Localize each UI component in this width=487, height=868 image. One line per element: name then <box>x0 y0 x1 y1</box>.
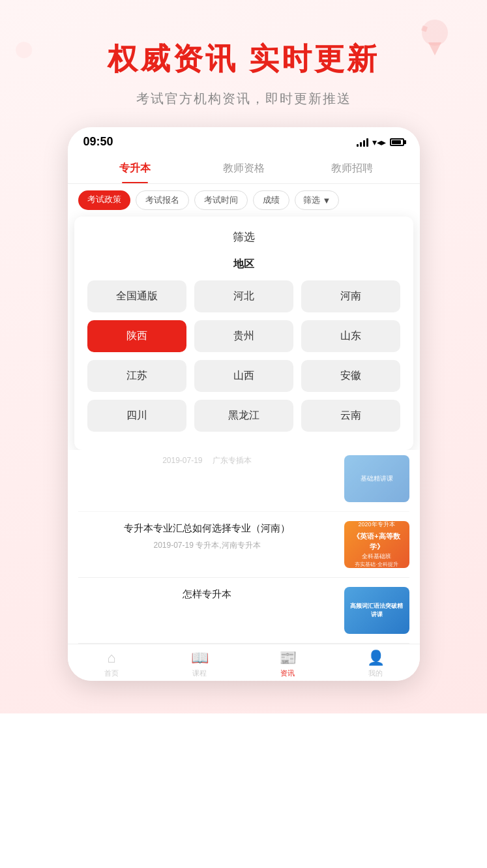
filter-tag-kaoshishijian[interactable]: 考试时间 <box>194 190 248 210</box>
tab-zhaopin[interactable]: 教师招聘 <box>298 154 407 183</box>
nav-course-label: 课程 <box>192 668 207 678</box>
news-title-1: 怎样专升本 <box>78 587 336 602</box>
hero-title: 权威资讯 实时更新 <box>26 39 461 80</box>
news-meta-0: 2019-07-19 专升本,河南专升本 <box>78 540 336 551</box>
news-item-0[interactable]: 专升本专业汇总如何选择专业（河南） 2019-07-19 专升本,河南专升本 2… <box>78 512 409 578</box>
course-icon: 📖 <box>191 650 209 666</box>
filter-option-shandong[interactable]: 山东 <box>301 320 400 352</box>
svg-point-3 <box>16 42 32 58</box>
filter-btn[interactable]: 筛选 ▼ <box>295 190 340 210</box>
phone-mockup: 09:50 ▾◂▸ 专升本 <box>68 127 420 681</box>
filter-modal: 筛选 地区 全国通版 河北 河南 陕西 贵州 山东 江苏 山西 安徽 四川 黑龙… <box>74 217 413 450</box>
nav-course[interactable]: 📖 课程 <box>156 650 244 678</box>
nav-home-label: 首页 <box>104 668 119 678</box>
filter-option-jiangsu[interactable]: 江苏 <box>87 360 186 392</box>
home-icon: ⌂ <box>107 650 115 666</box>
status-bar: 09:50 ▾◂▸ <box>68 127 420 154</box>
filter-options-grid: 全国通版 河北 河南 陕西 贵州 山东 江苏 山西 安徽 四川 黑龙江 云南 <box>87 280 400 432</box>
nav-news[interactable]: 📰 资讯 <box>244 650 332 678</box>
hero-decoration-right <box>409 13 461 65</box>
filter-option-yunnan[interactable]: 云南 <box>301 400 400 432</box>
profile-icon: 👤 <box>367 650 385 666</box>
news-meta-partial: 2019-07-19 广东专插本 <box>78 455 336 466</box>
news-item-1[interactable]: 怎样专升本 高频词汇语法突破精讲课 <box>78 578 409 644</box>
filter-tag-chengji[interactable]: 成绩 <box>253 190 289 210</box>
news-item-partial-content: 2019-07-19 广东专插本 <box>78 455 336 466</box>
news-item-partial[interactable]: 2019-07-19 广东专插本 基础精讲课 <box>78 450 409 512</box>
news-title-0: 专升本专业汇总如何选择专业（河南） <box>78 521 336 536</box>
nav-profile-label: 我的 <box>368 668 383 678</box>
filter-option-guizhou[interactable]: 贵州 <box>194 320 293 352</box>
bottom-nav: ⌂ 首页 📖 课程 📰 资讯 👤 我的 <box>68 644 420 681</box>
news-image-0: 2020年专升本 《英语+高等数学》 全科基础班 夯实基础·全科提升 <box>344 521 409 568</box>
signal-icon <box>357 138 368 147</box>
nav-home[interactable]: ⌂ 首页 <box>68 650 156 678</box>
filter-label: 筛选 <box>303 194 320 206</box>
news-icon: 📰 <box>279 650 297 666</box>
filter-tag-kaoshizhengce[interactable]: 考试政策 <box>78 190 130 210</box>
nav-news-label: 资讯 <box>280 668 295 678</box>
filter-section-label: 地区 <box>87 258 400 271</box>
news-content-1: 怎样专升本 <box>78 587 336 606</box>
filter-option-quanguo[interactable]: 全国通版 <box>87 280 186 312</box>
svg-marker-1 <box>428 42 441 55</box>
filter-tags-row: 考试政策 考试报名 考试时间 成绩 筛选 ▼ <box>68 184 420 217</box>
wifi-icon: ▾◂▸ <box>372 137 386 147</box>
hero-subtitle: 考试官方机构资讯，即时更新推送 <box>26 90 461 108</box>
filter-option-heilongjiang[interactable]: 黑龙江 <box>194 400 293 432</box>
filter-modal-title: 筛选 <box>87 230 400 245</box>
tab-zhuanshengben[interactable]: 专升本 <box>81 154 190 183</box>
filter-option-sichuan[interactable]: 四川 <box>87 400 186 432</box>
filter-option-henan[interactable]: 河南 <box>301 280 400 312</box>
status-icons: ▾◂▸ <box>357 137 404 147</box>
hero-section: 权威资讯 实时更新 考试官方机构资讯，即时更新推送 09:50 ▾◂▸ <box>0 0 487 713</box>
nav-profile[interactable]: 👤 我的 <box>332 650 420 678</box>
news-list: 2019-07-19 广东专插本 基础精讲课 专升本专业汇总如何选择专业（河南）… <box>68 450 420 644</box>
svg-point-0 <box>422 20 448 46</box>
news-image-partial: 基础精讲课 <box>344 455 409 502</box>
news-image-1: 高频词汇语法突破精讲课 <box>344 587 409 634</box>
news-content-0: 专升本专业汇总如何选择专业（河南） 2019-07-19 专升本,河南专升本 <box>78 521 336 551</box>
filter-option-hebei[interactable]: 河北 <box>194 280 293 312</box>
filter-option-shanxi[interactable]: 山西 <box>194 360 293 392</box>
battery-icon <box>390 138 404 146</box>
app-tabs: 专升本 教师资格 教师招聘 <box>68 154 420 184</box>
phone-mockup-container: 09:50 ▾◂▸ 专升本 <box>26 127 461 694</box>
tab-jiaoshi[interactable]: 教师资格 <box>189 154 298 183</box>
filter-tag-kaoshibaoming[interactable]: 考试报名 <box>136 190 189 210</box>
filter-option-shaanxi[interactable]: 陕西 <box>87 320 186 352</box>
filter-option-anhui[interactable]: 安徽 <box>301 360 400 392</box>
hero-decoration-left <box>13 39 46 72</box>
status-time: 09:50 <box>83 135 113 149</box>
filter-icon: ▼ <box>323 196 331 205</box>
